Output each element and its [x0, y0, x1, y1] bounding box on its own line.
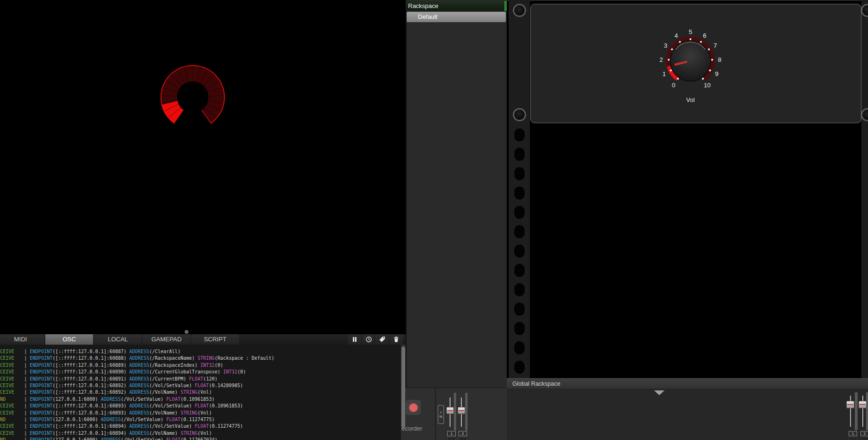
audio-out-meter-1 [855, 392, 858, 430]
splitter-grip-dot[interactable] [185, 330, 188, 334]
record-icon [409, 403, 418, 412]
rack-screw-icon [513, 108, 526, 121]
audio-in-channel-1-slot [447, 438, 456, 440]
vol-knob-label: Vol [676, 96, 705, 103]
log-line: ECEIVE| ENDPOINT([::ffff:127.0.0.1]:6089… [0, 410, 406, 416]
log-line: ECEIVE| ENDPOINT([::ffff:127.0.0.1]:6089… [0, 403, 406, 409]
rackspace-item-default[interactable]: Default [407, 12, 506, 22]
rack-rail-hole [514, 225, 525, 238]
global-rackspace-bar[interactable]: Global Rackspace [507, 378, 868, 389]
rack-rail-hole [514, 341, 525, 355]
log-line: ECEIVE| ENDPOINT([::ffff:127.0.0.1]:6088… [0, 355, 406, 362]
rack-rail-hole [514, 245, 525, 258]
log-line: ECEIVE| ENDPOINT([::ffff:127.0.0.1]:6089… [0, 382, 406, 389]
rack-rail-hole [514, 148, 525, 161]
tab-gamepad[interactable]: GAMEPAD [143, 334, 190, 345]
knob-scale-5: 5 [685, 28, 696, 35]
audio-out-meter-2 [866, 392, 868, 430]
log-line: ECEIVE| ENDPOINT([::ffff:127.0.0.1]:6089… [0, 430, 406, 437]
knob-scale-1: 1 [659, 70, 669, 77]
clock-icon [365, 336, 373, 343]
log-line: ECEIVE| ENDPOINT([::ffff:127.0.0.1]:6089… [0, 423, 406, 430]
tag-icon [378, 336, 386, 343]
rack-rail-hole [514, 167, 525, 180]
rack-rail-hole [514, 206, 525, 219]
rack-rail-hole [514, 264, 525, 277]
audio-out-fader-1-track[interactable] [850, 396, 851, 427]
audio-out-fader-2-handle[interactable] [859, 401, 867, 408]
knob-scale-2: 2 [656, 56, 666, 63]
knob-scale-8: 8 [715, 56, 725, 63]
rack-rail-hole [514, 361, 525, 374]
rack-rail-hole [514, 322, 525, 335]
audio-out-channel-1-box[interactable]: 1 [849, 431, 857, 436]
log-scrollbar-thumb[interactable] [401, 347, 405, 428]
knob-scale-6: 6 [699, 32, 710, 39]
rackspace-browser [406, 0, 507, 440]
audio-out-channel-2-slot [860, 438, 868, 440]
tab-local[interactable]: LOCAL [94, 334, 142, 345]
log-line: END| ENDPOINT(127.0.0.1:6000) ADDRESS(/V… [0, 396, 406, 403]
log-line: END| ENDPOINT(127.0.0.1:6000) ADDRESS(/V… [0, 416, 406, 423]
log-line: ECEIVE| ENDPOINT([::ffff:127.0.0.1]:6089… [0, 369, 406, 375]
pause-icon [351, 336, 358, 343]
rack-rail-hole [514, 128, 525, 142]
audio-in-channel-2-box[interactable]: 2 [459, 431, 467, 436]
osc-log: ECEIVE| ENDPOINT([::ffff:127.0.0.1]:6088… [0, 345, 406, 440]
rack-rail-right [861, 0, 868, 378]
audio-in-fader-2-handle[interactable] [458, 407, 465, 414]
recorder-label: ecorder [401, 425, 422, 432]
app-window: MIDIOSCLOCALGAMEPADSCRIPT ECEIVE| ENDPOI… [0, 0, 868, 440]
tab-midi[interactable]: MIDI [0, 334, 44, 345]
rack-top-edge [507, 0, 868, 1]
log-tab-bar: MIDIOSCLOCALGAMEPADSCRIPT [0, 334, 406, 345]
log-line: ECEIVE| ENDPOINT([::ffff:127.0.0.1]:6088… [0, 362, 406, 369]
log-line: ECEIVE| ENDPOINT([::ffff:127.0.0.1]:6089… [0, 389, 406, 396]
tab-script[interactable]: SCRIPT [191, 334, 239, 345]
knob-scale-10: 10 [702, 82, 713, 89]
tag-log-button[interactable] [374, 334, 389, 345]
recorder-divider [435, 388, 436, 440]
audio-in-meter-1 [454, 393, 456, 431]
knob-scale-4: 4 [671, 32, 681, 39]
global-rackspace-strip [507, 389, 868, 440]
audio-in-meter-2 [465, 393, 468, 431]
audio-in-channel-1-box[interactable]: 1 [447, 431, 456, 436]
audio-in-channel-2-slot [459, 438, 467, 440]
pause-log-button[interactable] [347, 334, 361, 345]
rackspace-header[interactable]: Rackspace [406, 1, 507, 11]
vol-gauge [155, 59, 230, 135]
knob-scale-3: 3 [660, 42, 671, 49]
knob-scale-9: 9 [712, 70, 722, 77]
audio-out-channel-1-slot [849, 438, 857, 440]
knob-scale-0: 0 [668, 82, 679, 89]
log-line: END| ENDPOINT(127.0.0.1:6000) ADDRESS(/V… [0, 437, 406, 440]
clear-log-button[interactable] [389, 334, 403, 345]
timestamp-log-button[interactable] [361, 334, 375, 345]
audio-in-fader-1-handle[interactable] [446, 407, 454, 414]
record-button[interactable] [406, 400, 421, 415]
audio-out-channel-2-box[interactable]: 2 [860, 431, 868, 436]
knob-scale-7: 7 [710, 42, 721, 49]
vol-gauge-widget[interactable] [155, 59, 230, 135]
audio-out-fader-2-track[interactable] [862, 396, 863, 427]
rack-rail-hole [514, 283, 525, 296]
tab-osc[interactable]: OSC [45, 334, 93, 345]
rack-rail-hole [514, 303, 525, 316]
collapse-arrow-icon[interactable] [654, 390, 664, 395]
log-line: ECEIVE| ENDPOINT([::ffff:127.0.0.1]:6088… [0, 348, 406, 355]
audio-out-fader-1-handle[interactable] [846, 401, 854, 408]
recorder-panel [406, 388, 507, 440]
rack-rail-hole [514, 186, 525, 200]
rack-screw-icon [513, 4, 526, 17]
log-line: ECEIVE| ENDPOINT([::ffff:127.0.0.1]:6089… [0, 376, 406, 382]
trash-icon [392, 336, 400, 343]
audio-in-group-label: IN [438, 405, 444, 424]
